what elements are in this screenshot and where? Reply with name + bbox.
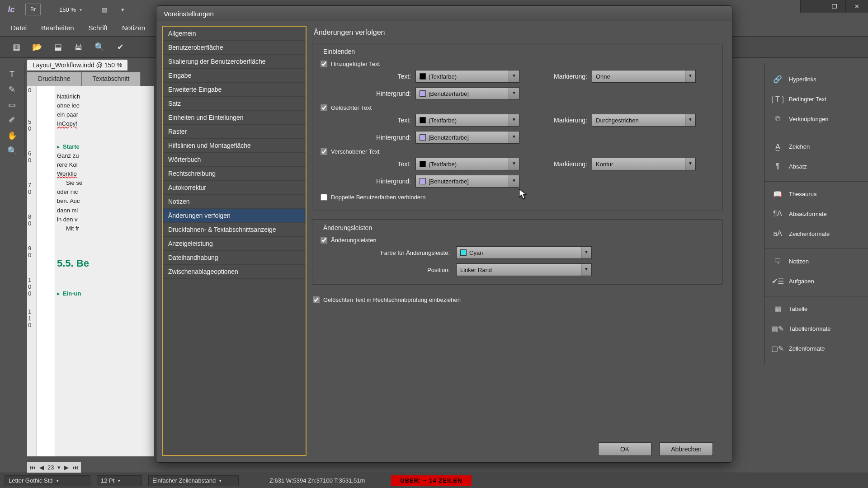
panel-absatzformate[interactable]: ¶AAbsatzformate: [764, 205, 868, 222]
save-icon[interactable]: ⬓: [52, 42, 63, 52]
paragraph-icon: ¶: [773, 162, 783, 170]
menu-file[interactable]: Datei: [4, 24, 34, 32]
moved-text-checkbox[interactable]: [321, 148, 327, 155]
first-page-icon[interactable]: ⏮: [30, 464, 36, 471]
panel-label: Bedingter Text: [789, 96, 826, 103]
deleted-marking-dropdown[interactable]: Durchgestrichen: [592, 114, 696, 127]
pref-category-satz[interactable]: Satz: [163, 97, 306, 111]
eyedropper-tool-icon[interactable]: ✐: [6, 114, 19, 127]
pref-category-w-rterbuch[interactable]: Wörterbuch: [163, 153, 306, 167]
ok-button[interactable]: OK: [598, 442, 651, 456]
panel-bedingter-text[interactable]: ❲T❳Bedingter Text: [764, 90, 868, 108]
position-tool-icon[interactable]: ▭: [6, 99, 19, 111]
font-size-dropdown[interactable]: 12 Pt: [97, 475, 142, 486]
bridge-button[interactable]: Br: [25, 4, 41, 15]
deleted-text-color-dropdown[interactable]: (Textfarbe): [415, 114, 519, 127]
document-area: 05 06 07 08 09 01 0 01 1 0 Natürlich ohn…: [27, 86, 154, 456]
deleted-bg-dropdown[interactable]: [Benutzerfarbe]: [415, 131, 519, 144]
pref-category-autokorrektur[interactable]: Autokorrektur: [163, 181, 306, 195]
pref-category-einheiten-und-einteilungen[interactable]: Einheiten und Einteilungen: [163, 111, 306, 125]
preferences-category-list[interactable]: AllgemeinBenutzeroberflächeSkalierung de…: [162, 26, 307, 456]
added-bg-dropdown[interactable]: [Benutzerfarbe]: [415, 87, 519, 100]
menu-edit[interactable]: Bearbeiten: [34, 24, 81, 32]
panel-tabellenformate[interactable]: ▦✎Tabellenformate: [764, 320, 868, 337]
pref-category-hilfslinien-und-montagefl-che[interactable]: Hilfslinien und Montagefläche: [163, 139, 306, 153]
window-minimize-button[interactable]: —: [800, 0, 823, 13]
menu-notes[interactable]: Notizen: [115, 24, 152, 32]
pref-category-skalierung-der-benutzeroberfl-che[interactable]: Skalierung der Benutzeroberfläche: [163, 55, 306, 69]
preferences-page-heading: Änderungen verfolgen: [314, 28, 723, 37]
document-text[interactable]: Natürlich ohne lee ein paar InCopy! ▸Sta…: [55, 86, 91, 456]
moved-marking-dropdown[interactable]: Kontur: [592, 158, 696, 170]
pref-category-benutzeroberfl-che[interactable]: Benutzeroberfläche: [163, 41, 306, 55]
moved-text-label: Verschobener Text: [331, 148, 379, 155]
arrange-docs-icon[interactable]: ▾: [116, 3, 129, 16]
added-text-checkbox[interactable]: [321, 61, 327, 67]
panel-zeichenformate[interactable]: aAZeichenformate: [764, 225, 868, 242]
preferences-dialog: Voreinstellungen AllgemeinBenutzeroberfl…: [156, 5, 732, 463]
pref-category--nderungen-verfolgen[interactable]: Änderungen verfolgen: [163, 209, 306, 223]
cancel-button[interactable]: Abbrechen: [660, 442, 713, 456]
find-icon[interactable]: 🔍: [94, 42, 105, 52]
link-icon: 🔗: [773, 75, 783, 83]
prevent-duplicate-colors-checkbox[interactable]: [321, 194, 327, 201]
pref-category-allgemein[interactable]: Allgemein: [163, 27, 306, 41]
change-bar-position-dropdown[interactable]: Linker Rand: [456, 263, 592, 276]
spellcheck-icon[interactable]: ✔: [115, 42, 126, 52]
panel-notizen[interactable]: 🗨Notizen: [764, 249, 868, 270]
panel-aufgaben[interactable]: ✔☰Aufgaben: [764, 272, 868, 290]
note-tool-icon[interactable]: ✎: [6, 83, 19, 96]
app-logo-icon: Ic: [0, 0, 23, 19]
pref-category-anzeigeleistung[interactable]: Anzeigeleistung: [163, 237, 306, 251]
panel-zellenformate[interactable]: ▢✎Zellenformate: [764, 340, 868, 357]
pref-category-erweiterte-eingabe[interactable]: Erweiterte Eingabe: [163, 83, 306, 97]
page-navigator[interactable]: ⏮ ◀ 23 ▾ ▶ ⏭: [27, 462, 81, 473]
pref-category-zwischenablageoptionen[interactable]: Zwischenablageoptionen: [163, 265, 306, 279]
panel-tabelle[interactable]: ▦Tabelle: [764, 296, 868, 317]
leading-dropdown[interactable]: Einfacher Zeilenabstand: [148, 475, 239, 486]
pref-category-raster[interactable]: Raster: [163, 125, 306, 139]
last-page-icon[interactable]: ⏭: [72, 464, 78, 471]
added-marking-dropdown[interactable]: Ohne: [592, 70, 696, 83]
prev-page-icon[interactable]: ◀: [39, 464, 44, 471]
pref-category-dateihandhabung[interactable]: Dateihandhabung: [163, 251, 306, 265]
include-deleted-spellcheck-checkbox[interactable]: [313, 296, 320, 303]
panel-hyperlinks[interactable]: 🔗Hyperlinks: [764, 70, 868, 88]
deleted-text-label: Gelöschter Text: [331, 104, 372, 111]
panel-absatz[interactable]: ¶Absatz: [764, 158, 868, 175]
window-restore-button[interactable]: ❐: [823, 0, 845, 13]
panel-thesaurus[interactable]: 📖Thesaurus: [764, 181, 868, 202]
change-bar-color-dropdown[interactable]: Cyan: [456, 246, 592, 259]
panel-zeichen[interactable]: A̲Zeichen: [764, 134, 868, 155]
document-tab[interactable]: Layout_Workflow.indd @ 150 %: [27, 60, 127, 70]
zoom-level-dropdown[interactable]: 150 %: [48, 3, 93, 16]
hand-tool-icon[interactable]: ✋: [6, 129, 19, 142]
new-doc-icon[interactable]: ▦: [11, 42, 22, 52]
menu-type[interactable]: Schrift: [81, 24, 115, 32]
pref-category-notizen[interactable]: Notizen: [163, 195, 306, 209]
screen-mode-icon[interactable]: ▥: [98, 3, 111, 16]
view-mode-tabs: Druckfahne Textabschnitt: [27, 72, 141, 86]
print-icon[interactable]: 🖶: [73, 42, 84, 52]
moved-bg-dropdown[interactable]: [Benutzerfarbe]: [415, 175, 519, 188]
panel-verkn-pfungen[interactable]: ⧉Verknüpfungen: [764, 110, 868, 127]
added-text-color-label: Text:: [352, 73, 415, 80]
pref-category-druckfahnen-textabschnittsanzeige[interactable]: Druckfahnen- & Textabschnittsanzeige: [163, 223, 306, 237]
view-tab-story[interactable]: Textabschnitt: [82, 72, 141, 86]
font-family-dropdown[interactable]: Letter Gothic Std: [5, 475, 90, 486]
next-page-icon[interactable]: ▶: [64, 464, 69, 471]
type-tool-icon[interactable]: T: [6, 68, 19, 80]
deleted-text-checkbox[interactable]: [321, 104, 327, 111]
moved-text-color-dropdown[interactable]: (Textfarbe): [415, 158, 519, 170]
window-close-button[interactable]: ✕: [845, 0, 868, 13]
zoom-tool-icon[interactable]: 🔍: [6, 145, 19, 157]
change-bars-checkbox[interactable]: [321, 237, 327, 244]
panel-label: Hyperlinks: [789, 76, 816, 83]
pref-category-eingabe[interactable]: Eingabe: [163, 69, 306, 83]
page-dropdown-icon[interactable]: ▾: [57, 464, 61, 471]
open-icon[interactable]: 📂: [32, 42, 42, 52]
cell-styles-icon: ▢✎: [773, 344, 783, 352]
added-text-color-dropdown[interactable]: (Textfarbe): [415, 70, 519, 83]
pref-category-rechtschreibung[interactable]: Rechtschreibung: [163, 167, 306, 181]
view-tab-galley[interactable]: Druckfahne: [27, 72, 82, 86]
